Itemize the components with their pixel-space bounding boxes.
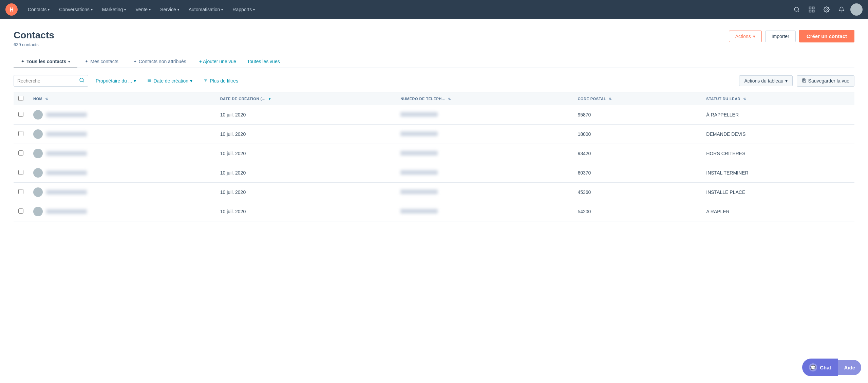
- row-checkbox[interactable]: [18, 170, 23, 175]
- nav-item-contacts[interactable]: Contacts ▾: [23, 0, 54, 19]
- tab-unassigned-contacts[interactable]: ✦ Contacts non attribués: [126, 55, 194, 68]
- all-views-button[interactable]: Toutes les vues: [242, 55, 285, 68]
- contact-name-blurred: [46, 190, 87, 195]
- page-subtitle: 639 contacts: [14, 42, 54, 47]
- table-header-row: NOM ⇅ DATE DE CRÉATION (... ▼ NUMÉRO DE …: [14, 92, 854, 105]
- chat-widget: 💬 Chat Aide: [802, 359, 861, 376]
- nav-item-automatisation[interactable]: Automatisation ▾: [184, 0, 228, 19]
- row-name-cell[interactable]: [29, 125, 215, 144]
- row-name-cell[interactable]: [29, 183, 215, 202]
- status-sort-icon: ⇅: [743, 97, 746, 101]
- filter-lines-icon: [147, 78, 152, 84]
- create-contact-button[interactable]: Créer un contact: [799, 30, 854, 42]
- svg-point-8: [826, 9, 828, 11]
- contact-avatar: [33, 207, 43, 216]
- row-name-cell[interactable]: [29, 105, 215, 125]
- table-row: 10 juil. 2020 45360 INSTALLE PLACE: [14, 183, 854, 202]
- automatisation-chevron-icon: ▾: [221, 8, 223, 12]
- header-actions: Actions ▾ Importer Créer un contact: [729, 30, 854, 42]
- add-view-button[interactable]: + Ajouter une vue: [194, 55, 242, 68]
- marketplace-button[interactable]: [806, 3, 818, 16]
- select-all-checkbox[interactable]: [18, 96, 23, 101]
- row-phone-cell: [396, 144, 573, 163]
- nav-item-rapports[interactable]: Rapports ▾: [228, 0, 260, 19]
- nav-item-service[interactable]: Service ▾: [155, 0, 184, 19]
- search-button[interactable]: [791, 3, 803, 16]
- row-checkbox[interactable]: [18, 208, 23, 214]
- contact-phone-blurred: [400, 170, 438, 175]
- nav-right: [791, 3, 863, 16]
- col-header-status[interactable]: STATUT DU LEAD ⇅: [701, 92, 854, 105]
- col-header-postal[interactable]: CODE POSTAL ⇅: [573, 92, 701, 105]
- filters-row: Propriétaire du ... ▾ Date de création ▾…: [14, 75, 854, 87]
- col-header-nom[interactable]: NOM ⇅: [29, 92, 215, 105]
- page-header: Contacts 639 contacts Actions ▾ Importer…: [14, 30, 854, 47]
- row-name-cell[interactable]: [29, 163, 215, 183]
- row-checkbox-cell[interactable]: [14, 105, 29, 125]
- row-name-cell[interactable]: [29, 202, 215, 221]
- date-chevron-icon: ▾: [190, 78, 192, 84]
- aide-button[interactable]: Aide: [838, 360, 861, 375]
- save-view-button[interactable]: Sauvegarder la vue: [797, 75, 854, 87]
- row-postal-cell: 60370: [573, 163, 701, 183]
- tab-all-contacts[interactable]: ✦ Tous les contacts ▾: [14, 55, 77, 68]
- svg-text:H: H: [10, 6, 14, 13]
- row-phone-cell: [396, 183, 573, 202]
- user-avatar[interactable]: [850, 3, 863, 16]
- row-checkbox-cell[interactable]: [14, 144, 29, 163]
- page-title: Contacts: [14, 30, 54, 41]
- tabs-row: ✦ Tous les contacts ▾ ✦ Mes contacts ✦ C…: [14, 55, 854, 68]
- service-chevron-icon: ▾: [177, 8, 179, 12]
- hubspot-logo[interactable]: H: [5, 3, 18, 16]
- contacts-table: NOM ⇅ DATE DE CRÉATION (... ▼ NUMÉRO DE …: [14, 92, 854, 221]
- rapports-chevron-icon: ▾: [253, 8, 255, 12]
- owner-filter-button[interactable]: Propriétaire du ... ▾: [92, 76, 139, 86]
- contact-phone-blurred: [400, 209, 438, 214]
- contact-avatar: [33, 187, 43, 197]
- date-filter-button[interactable]: Date de création ▾: [144, 76, 196, 86]
- nav-items: Contacts ▾ Conversations ▾ Marketing ▾ V…: [23, 0, 791, 19]
- row-postal-cell: 93420: [573, 144, 701, 163]
- row-status-cell: HORS CRITERES: [701, 144, 854, 163]
- actions-button[interactable]: Actions ▾: [729, 31, 762, 42]
- nav-item-marketing[interactable]: Marketing ▾: [97, 0, 131, 19]
- search-input[interactable]: [17, 78, 79, 84]
- table-actions-button[interactable]: Actions du tableau ▾: [739, 75, 792, 86]
- row-checkbox-cell[interactable]: [14, 125, 29, 144]
- contact-name-blurred: [46, 112, 87, 117]
- row-checkbox[interactable]: [18, 131, 23, 136]
- chat-icon: 💬: [809, 363, 817, 371]
- select-all-header[interactable]: [14, 92, 29, 105]
- col-header-phone[interactable]: NUMÉRO DE TÉLÉPH... ⇅: [396, 92, 573, 105]
- tab-my-contacts[interactable]: ✦ Mes contacts: [77, 55, 126, 68]
- contact-phone-blurred: [400, 151, 438, 156]
- postal-sort-icon: ⇅: [609, 97, 612, 101]
- tab-all-chevron-icon: ▾: [68, 60, 70, 63]
- row-checkbox[interactable]: [18, 189, 23, 194]
- contacts-chevron-icon: ▾: [48, 8, 50, 12]
- row-status-cell: INSTALLE PLACE: [701, 183, 854, 202]
- row-date-cell: 10 juil. 2020: [215, 144, 396, 163]
- pin-icon-mine: ✦: [85, 59, 88, 64]
- row-checkbox[interactable]: [18, 150, 23, 156]
- row-name-cell[interactable]: [29, 144, 215, 163]
- svg-rect-4: [809, 7, 811, 9]
- search-box[interactable]: [14, 75, 88, 87]
- nav-item-vente[interactable]: Vente ▾: [131, 0, 155, 19]
- settings-button[interactable]: [820, 3, 833, 16]
- row-checkbox-cell[interactable]: [14, 163, 29, 183]
- row-checkbox-cell[interactable]: [14, 183, 29, 202]
- notifications-button[interactable]: [835, 3, 848, 16]
- row-status-cell: DEMANDE DEVIS: [701, 125, 854, 144]
- chat-button[interactable]: 💬 Chat: [802, 359, 838, 376]
- more-filters-button[interactable]: Plus de filtres: [200, 76, 242, 86]
- row-phone-cell: [396, 163, 573, 183]
- svg-rect-5: [812, 7, 814, 9]
- row-checkbox[interactable]: [18, 112, 23, 117]
- col-header-date[interactable]: DATE DE CRÉATION (... ▼: [215, 92, 396, 105]
- contact-phone-blurred: [400, 112, 438, 117]
- nav-item-conversations[interactable]: Conversations ▾: [54, 0, 97, 19]
- import-button[interactable]: Importer: [765, 31, 796, 42]
- row-checkbox-cell[interactable]: [14, 202, 29, 221]
- save-icon: [802, 78, 807, 84]
